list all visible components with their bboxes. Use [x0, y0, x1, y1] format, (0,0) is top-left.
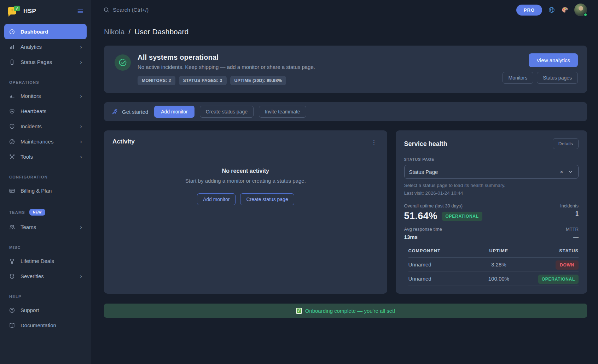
empty-state-title: No recent activity [222, 168, 269, 174]
clear-selection-icon[interactable]: × [560, 169, 563, 175]
sidebar-section-operations: OPERATIONS [4, 80, 87, 84]
sidebar-nav: Dashboard Analytics › Status Pages › OPE… [0, 23, 91, 340]
sidebar-item-label: Documentation [21, 322, 56, 328]
sidebar-item-maintenances[interactable]: Maintenances › [4, 134, 87, 149]
sidebar-item-support[interactable]: Support [4, 303, 87, 318]
users-icon [9, 224, 15, 230]
sidebar-item-label: Billing & Plan [21, 188, 52, 194]
incidents-value: 1 [560, 211, 579, 217]
sidebar-item-label: Analytics [21, 44, 42, 50]
hero-text-block: All systems operational No active incide… [138, 53, 315, 85]
credit-card-icon [9, 188, 15, 194]
incidents-block: Incidents 1 [560, 203, 579, 217]
chevron-right-icon: › [80, 59, 82, 65]
chevron-right-icon: › [80, 154, 82, 160]
table-row: Unnamed 100.00% OPERATIONAL [408, 272, 579, 286]
hero-title: All systems operational [138, 53, 315, 61]
overall-uptime-block: Overall uptime (last 30 days) 51.64% OPE… [404, 203, 482, 222]
hamburger-menu-icon[interactable] [77, 8, 84, 15]
theme-palette-icon[interactable] [561, 6, 568, 13]
sidebar-item-label: Incidents [21, 123, 42, 129]
chevron-right-icon: › [80, 44, 82, 50]
search-input[interactable] [113, 7, 226, 13]
monitors-bars-icon [9, 93, 15, 99]
component-uptime: 100.00% [472, 276, 525, 282]
view-analytics-button[interactable]: View analytics [529, 53, 578, 67]
get-started-bar: Get started Add monitor Create status pa… [104, 102, 587, 121]
sidebar-item-status-pages[interactable]: Status Pages › [4, 54, 87, 70]
invite-teammate-button[interactable]: Invite teammate [259, 106, 306, 118]
sidebar-item-label: Teams [21, 224, 36, 230]
main-area: PRO Nikola / User Dashboard All systems … [91, 0, 598, 364]
global-search[interactable] [103, 7, 226, 13]
details-button[interactable]: Details [553, 138, 579, 149]
status-pages-count-badge: STATUS PAGES: 3 [179, 76, 227, 85]
activity-empty-state: No recent activity Start by adding a mon… [112, 168, 379, 205]
mttr-value: — [566, 234, 579, 240]
user-avatar[interactable] [574, 4, 587, 16]
chevron-down-icon[interactable] [567, 169, 574, 175]
breadcrumb-parent[interactable]: Nikola [104, 28, 124, 36]
pro-plan-badge[interactable]: PRO [516, 5, 542, 16]
kebab-menu-icon[interactable]: ⋮ [368, 137, 380, 147]
sidebar-item-dashboard[interactable]: Dashboard [4, 24, 87, 39]
create-status-page-button[interactable]: Create status page [200, 106, 254, 118]
add-monitor-button[interactable]: Add monitor [154, 106, 194, 118]
service-health-title: Service health [404, 140, 447, 148]
get-started-label-group: Get started [112, 108, 148, 115]
sidebar-item-label: Tools [21, 154, 33, 160]
sidebar-section-help: HELP [4, 294, 87, 299]
wrench-circle-icon [9, 139, 15, 145]
overall-uptime-value: 51.64% [404, 211, 437, 222]
sidebar-item-label: Monitors [21, 93, 41, 99]
hero-secondary-actions: Monitors Status pages [503, 72, 578, 84]
add-monitor-button[interactable]: Add monitor [197, 193, 236, 205]
service-health-card: Service health Details STATUS PAGE Statu… [396, 130, 587, 294]
create-status-page-button[interactable]: Create status page [240, 193, 294, 205]
check-circle-icon [115, 54, 131, 71]
status-page-select[interactable]: Status Page × [404, 165, 579, 179]
sidebar-item-label: Status Pages [21, 59, 52, 65]
onboarding-banner-text: Onboarding complete — you're all set! [305, 308, 395, 314]
status-pages-button[interactable]: Status pages [537, 72, 578, 84]
sidebar-item-documentation[interactable]: Documentation [4, 318, 87, 333]
app-root: ! ✓ HSP Dashboard Analytics › Status Pag… [0, 0, 598, 364]
component-name: Unnamed [408, 276, 472, 282]
sidebar-section-configuration: CONFIGURATION [4, 175, 87, 179]
status-page-field-label: STATUS PAGE [404, 157, 579, 162]
dashboard-cards: Activity ⋮ No recent activity Start by a… [104, 130, 587, 294]
status-column-header: STATUS [526, 248, 579, 253]
components-table: COMPONENT UPTIME STATUS Unnamed 3.28% DO… [408, 245, 579, 286]
avg-response-block: Avg response time 13ms [404, 227, 442, 240]
sidebar-item-teams[interactable]: Teams › [4, 219, 87, 235]
sidebar-item-monitors[interactable]: Monitors › [4, 88, 87, 104]
sidebar-item-tools[interactable]: Tools › [4, 149, 87, 164]
search-icon [103, 7, 110, 13]
chevron-right-icon: › [80, 273, 82, 279]
sidebar-item-label: Support [21, 307, 39, 313]
traffic-light-icon [9, 59, 15, 65]
chevron-right-icon: › [80, 224, 82, 230]
breadcrumb: Nikola / User Dashboard [104, 28, 587, 36]
sidebar-item-billing[interactable]: Billing & Plan [4, 183, 87, 198]
sidebar-item-heartbeats[interactable]: Heartbeats [4, 104, 87, 119]
sidebar-item-label: Severities [21, 273, 44, 279]
sidebar-item-incidents[interactable]: Incidents › [4, 119, 87, 134]
hero-actions: View analytics Monitors Status pages [503, 53, 578, 85]
heart-pulse-icon [9, 108, 15, 115]
sidebar-item-analytics[interactable]: Analytics › [4, 39, 87, 54]
avg-response-value: 13ms [404, 234, 442, 240]
mttr-block: MTTR — [566, 227, 579, 240]
sidebar-item-lifetime-deals[interactable]: Lifetime Deals [4, 253, 87, 269]
check-emoji-icon: ✓ [296, 308, 302, 314]
globe-language-icon[interactable] [548, 6, 555, 13]
select-helper-text: Select a status page to load its health … [404, 183, 579, 188]
sidebar-header: ! ✓ HSP [0, 0, 91, 23]
topbar: PRO [91, 0, 598, 20]
rocket-icon [112, 108, 118, 115]
empty-state-subtitle: Start by adding a monitor or creating a … [185, 178, 306, 184]
sidebar-item-severities[interactable]: Severities › [4, 269, 87, 284]
book-icon [9, 322, 15, 329]
overall-uptime-label: Overall uptime (last 30 days) [404, 203, 482, 209]
monitors-button[interactable]: Monitors [503, 72, 534, 84]
